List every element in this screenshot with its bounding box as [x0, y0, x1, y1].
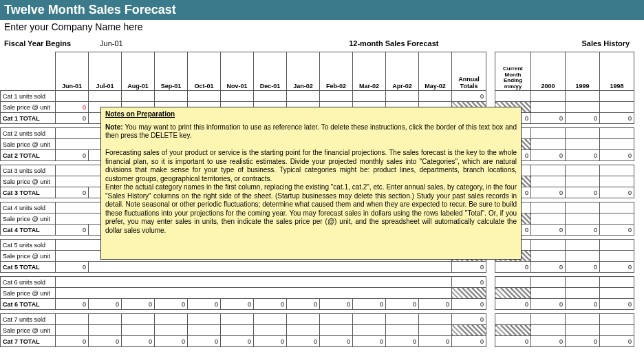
- table-row: Sale price @ unit: [1, 325, 486, 336]
- col-month: May-02: [419, 52, 452, 91]
- col-year: 1998: [600, 52, 634, 91]
- col-month: Apr-02: [386, 52, 419, 91]
- fiscal-year-label: Fiscal Year Begins: [4, 39, 100, 48]
- col-month: Mar-02: [353, 52, 386, 91]
- table-row: Cat 5 TOTAL00: [1, 262, 486, 273]
- table-row: Cat 7 units sold0: [1, 314, 486, 325]
- col-month: Nov-01: [221, 52, 254, 91]
- col-month: Jan-02: [287, 52, 320, 91]
- col-current-month: Current Month Ending mm/yy: [495, 52, 531, 91]
- table-row: Cat 6 units sold0: [1, 277, 486, 288]
- meta-row: Fiscal Year Begins Jun-01 12-month Sales…: [0, 38, 644, 52]
- table-row: Cat 6 TOTAL0000000000000: [1, 299, 486, 310]
- col-month: Sep-01: [155, 52, 188, 91]
- history-title: Sales History: [572, 39, 640, 48]
- spreadsheet: Jun-01 Jul-01 Aug-01 Sep-01 Oct-01 Nov-0…: [0, 52, 644, 351]
- fiscal-year-value[interactable]: Jun-01: [100, 39, 141, 48]
- col-annual: AnnualTotals: [452, 52, 486, 91]
- table-row: Sale price @ unit: [1, 288, 486, 299]
- notes-paragraph: Forecasting sales of your product or ser…: [105, 149, 517, 183]
- notes-title: Notes on Preparation: [105, 110, 517, 119]
- page-title: Twelve Month Sales Forecast: [4, 3, 176, 17]
- notes-paragraph: Enter the actual category names in the f…: [105, 183, 517, 235]
- table-row: Cat 7 TOTAL0000000000000: [1, 336, 486, 347]
- notes-paragraph: Note: You may want to print this informa…: [105, 123, 517, 140]
- col-year: 2000: [531, 52, 566, 91]
- col-month: Aug-01: [122, 52, 155, 91]
- header-bar: Twelve Month Sales Forecast: [0, 0, 644, 20]
- col-month: Oct-01: [188, 52, 221, 91]
- col-month: Jul-01: [89, 52, 122, 91]
- col-year: 1999: [566, 52, 600, 91]
- forecast-title: 12-month Sales Forecast: [332, 39, 455, 48]
- col-month: Jun-01: [56, 52, 89, 91]
- col-month: Dec-01: [254, 52, 287, 91]
- table-row: Cat 1 units sold0: [1, 91, 486, 102]
- company-name-field[interactable]: Enter your Company Name here: [0, 20, 644, 38]
- notes-overlay[interactable]: Notes on Preparation Note: You may want …: [100, 107, 522, 260]
- col-month: Feb-02: [320, 52, 353, 91]
